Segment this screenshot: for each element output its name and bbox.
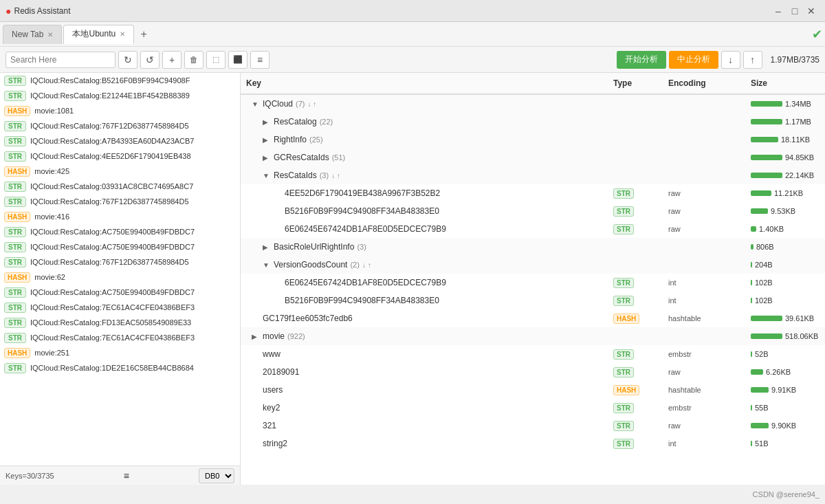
expand-arrow[interactable]: ▶ [263, 154, 271, 162]
type-badge: STR [4, 91, 26, 101]
sidebar-list-item[interactable]: STRIQCloud:ResCatalog:7EC61AC4CFE04386BE… [0, 300, 240, 315]
expand-arrow[interactable]: ▼ [263, 172, 271, 179]
refresh-button[interactable]: ↻ [118, 51, 138, 69]
table-row[interactable]: ▶ResCatalog (22)1.17MB [241, 113, 825, 131]
type-tag: STR [613, 188, 634, 199]
sidebar-list-item[interactable]: STRIQCloud:ResCatalog:767F12D63877458984… [0, 254, 240, 270]
table-row[interactable]: GC179f1ee6053fc7edb6HASHhashtable39.61KB [241, 309, 825, 327]
type-tag: STR [613, 421, 634, 431]
sort-arrows[interactable]: ↓ ↑ [307, 100, 316, 108]
sidebar-list-item[interactable]: STRIQCloud:ResCatalog:7EC61AC4CFE04386BE… [0, 330, 240, 345]
type-cell: STR [613, 349, 668, 359]
table-row[interactable]: usersHASHhashtable9.91KB [241, 381, 825, 399]
down-button[interactable]: ↓ [721, 51, 740, 69]
sidebar-list-item[interactable]: STRIQCloud:ResCatalog:1DE2E16C58EB44CB86… [0, 360, 240, 375]
expand-arrow[interactable]: ▶ [263, 118, 271, 126]
type-tag: STR [613, 296, 634, 306]
table-row[interactable]: string2STRint51B [241, 435, 825, 452]
sidebar-list-item[interactable]: HASHmovie:62 [0, 270, 240, 285]
key-cell: 6E06245E67424DB1AF8E0D5EDCEC79B9 [246, 278, 613, 287]
table-row[interactable]: ▼ResCataIds (3) ↓ ↑22.14KB [241, 166, 825, 184]
table-row[interactable]: 6E06245E67424DB1AF8E0D5EDCEC79B9STRraw1.… [241, 220, 825, 238]
table-row[interactable]: ▶BasicRoleUrlRightInfo (3)806B [241, 238, 825, 256]
table-row[interactable]: wwwSTRembstr52B [241, 345, 825, 363]
table-row[interactable]: ▶GCResCataIds (51)94.85KB [241, 149, 825, 166]
expand-arrow[interactable]: ▼ [252, 100, 260, 108]
sidebar-list-item[interactable]: STRIQCloud:ResCatalog:767F12D63877458984… [0, 194, 240, 209]
key-count: (3) [320, 171, 329, 179]
sidebar-list-item[interactable]: STRIQCloud:ResCatalog:03931AC8CBC74695A8… [0, 179, 240, 194]
type-cell: STR [613, 403, 668, 413]
key-name: 6E06245E67424DB1AF8E0D5EDCEC79B9 [285, 278, 446, 287]
tab-close-icon[interactable]: ✕ [120, 30, 125, 38]
sidebar-list-item[interactable]: HASHmovie:425 [0, 164, 240, 179]
import-button[interactable]: ⬚ [206, 51, 226, 69]
key-name: IQCloud [263, 99, 293, 109]
size-text: 52B [755, 350, 789, 358]
sidebar-key-label: IQCloud:ResCatalog:AC750E99400B49FDBDC7 [30, 228, 195, 236]
table-row[interactable]: 6E06245E67424DB1AF8E0D5EDCEC79B9STRint10… [241, 274, 825, 292]
delete-button[interactable]: 🗑 [184, 51, 204, 69]
table-row[interactable]: ▼VersionGoodsCount (2) ↓ ↑204B [241, 256, 825, 274]
key-name: 321 [263, 421, 276, 430]
sidebar-key-label: IQCloud:ResCatalog:E21244E1BF4542B88389 [30, 91, 190, 100]
key-cell: 321 [246, 421, 613, 430]
table-row[interactable]: 4EE52D6F1790419EB438A9967F3B52B2STRraw11… [241, 184, 825, 202]
table-row[interactable]: ▶RightInfo (25)18.11KB [241, 131, 825, 149]
tab-close-icon[interactable]: ✕ [47, 31, 53, 39]
up-button[interactable]: ↑ [743, 51, 762, 69]
maximize-button[interactable]: □ [786, 3, 803, 19]
start-analysis-button[interactable]: 开始分析 [617, 51, 666, 69]
sidebar-list-item[interactable]: STRIQCloud:ResCatalog:A7B4393EA60D4A23AC… [0, 133, 240, 149]
sidebar-list-item[interactable]: HASHmovie:251 [0, 345, 240, 360]
sidebar-list-item[interactable]: STRIQCloud:ResCatalog:AC750E99400B49FDBD… [0, 239, 240, 254]
stop-analysis-button[interactable]: 中止分析 [669, 51, 718, 69]
tab-new-tab[interactable]: New Tab ✕ [3, 25, 62, 44]
sidebar-list-item[interactable]: STRIQCloud:ResCatalog:FD13EAC5058549089E… [0, 315, 240, 330]
key-name: BasicRoleUrlRightInfo [274, 242, 354, 252]
search-input[interactable] [6, 52, 116, 68]
sidebar-list-item[interactable]: STRIQCloud:ResCatalog:4EE52D6F1790419EB4… [0, 149, 240, 164]
size-bar [751, 119, 782, 124]
size-cell: 204B [751, 261, 820, 269]
sidebar-list-item[interactable]: STRIQCloud:ResCatalog:B5216F0B9F994C9490… [0, 73, 240, 88]
table-row[interactable]: 321STRraw9.90KB [241, 417, 825, 435]
type-badge: STR [4, 318, 26, 328]
sidebar-list-item[interactable]: STRIQCloud:ResCatalog:AC750E99400B49FDBD… [0, 285, 240, 300]
size-text: 1.17MB [785, 118, 820, 126]
minimize-button[interactable]: – [770, 3, 786, 19]
sidebar-list-item[interactable]: STRIQCloud:ResCatalog:767F12D63877458984… [0, 118, 240, 133]
sort-arrows[interactable]: ↓ ↑ [331, 172, 340, 179]
db-selector[interactable]: DB0DB1DB2DB3 [199, 468, 234, 483]
sidebar-list-item[interactable]: STRIQCloud:ResCatalog:E21244E1BF4542B883… [0, 88, 240, 103]
table-row[interactable]: ▼IQCloud (7) ↓ ↑1.34MB [241, 95, 825, 113]
table-row[interactable]: 20189091STRraw6.26KB [241, 363, 825, 381]
add-button[interactable]: + [162, 51, 182, 69]
sidebar-key-label: IQCloud:ResCatalog:1DE2E16C58EB44CB8684 [30, 364, 194, 372]
list-view-icon[interactable]: ≡ [124, 470, 129, 481]
expand-arrow[interactable]: ▶ [263, 243, 271, 251]
table-row[interactable]: ▶movie (922)518.06KB [241, 327, 825, 345]
expand-arrow[interactable]: ▶ [263, 136, 271, 144]
size-cell: 52B [751, 350, 820, 358]
table-row[interactable]: key2STRembstr55B [241, 399, 825, 417]
sidebar-list-item[interactable]: HASHmovie:416 [0, 209, 240, 224]
close-button[interactable]: ✕ [803, 3, 820, 19]
key-name: string2 [263, 439, 287, 448]
table-row[interactable]: B5216F0B9F994C94908FF34AB48383E0STRint10… [241, 292, 825, 309]
sidebar-key-label: IQCloud:ResCatalog:767F12D63877458984D5 [30, 197, 189, 206]
sidebar-list-item[interactable]: STRIQCloud:ResCatalog:AC750E99400B49FDBD… [0, 224, 240, 239]
tab-ubuntu[interactable]: 本地Ubuntu ✕ [63, 25, 134, 44]
reload-button[interactable]: ↺ [140, 51, 160, 69]
new-tab-button[interactable]: + [135, 26, 152, 43]
expand-arrow[interactable]: ▶ [252, 333, 260, 340]
sidebar-list-item[interactable]: HASHmovie:1081 [0, 103, 240, 118]
size-bar [751, 244, 754, 250]
size-bar [751, 137, 778, 142]
sort-arrows[interactable]: ↓ ↑ [362, 261, 371, 269]
table-row[interactable]: B5216F0B9F994C94908FF34AB48383E0STRraw9.… [241, 202, 825, 220]
expand-arrow[interactable]: ▼ [263, 261, 271, 269]
export-button[interactable]: ⬛ [228, 51, 248, 69]
key-count: (922) [287, 332, 305, 340]
filter-button[interactable]: ≡ [250, 51, 270, 69]
